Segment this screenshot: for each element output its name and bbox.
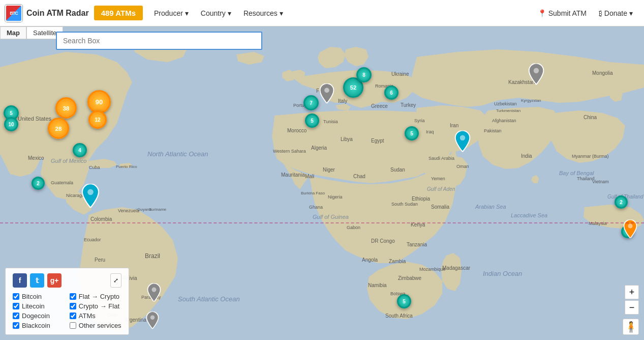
legend-other[interactable]: Other services xyxy=(70,322,121,329)
svg-text:Chad: Chad xyxy=(353,174,365,179)
svg-text:Burkina Faso: Burkina Faso xyxy=(301,191,325,195)
svg-text:Libya: Libya xyxy=(341,136,353,142)
svg-text:Gabon: Gabon xyxy=(347,225,360,230)
legend-blackcoin[interactable]: Blackcoin xyxy=(13,322,65,329)
map-area[interactable]: North Atlantic Ocean South Atlantic Ocea… xyxy=(0,26,644,340)
svg-text:Ethiopia: Ethiopia xyxy=(412,196,431,202)
checkbox-flat-crypto[interactable] xyxy=(70,293,76,300)
svg-text:South Sudan: South Sudan xyxy=(391,202,418,207)
cluster-c6[interactable]: 10 xyxy=(4,117,18,131)
svg-text:Puerto Rico: Puerto Rico xyxy=(116,164,137,169)
checkbox-other[interactable] xyxy=(70,322,76,329)
svg-text:DR Congo: DR Congo xyxy=(371,238,395,244)
svg-point-86 xyxy=(460,135,465,140)
svg-point-89 xyxy=(150,316,155,320)
checkbox-atms[interactable] xyxy=(70,313,76,319)
svg-text:Oman: Oman xyxy=(456,164,469,169)
cluster-c14[interactable]: 5 xyxy=(405,126,419,140)
checkbox-crypto-flat[interactable] xyxy=(70,303,76,309)
cluster-c15[interactable]: 2 xyxy=(615,195,628,209)
legend-bitcoin[interactable]: Bitcoin xyxy=(13,293,65,300)
twitter-button[interactable]: 𝕥 xyxy=(30,273,44,288)
pin-p2[interactable] xyxy=(319,83,334,105)
legend-litecoin[interactable]: Litecoin xyxy=(13,302,65,310)
cluster-c17[interactable]: 5 xyxy=(397,294,411,308)
cluster-c10[interactable]: 7 xyxy=(303,95,319,110)
pin-p5[interactable] xyxy=(147,284,161,304)
svg-text:Pakistan: Pakistan xyxy=(484,128,502,133)
checkbox-blackcoin[interactable] xyxy=(13,322,19,329)
pin-p3[interactable] xyxy=(454,130,471,154)
nav-producer[interactable]: Producer ▾ xyxy=(148,6,195,20)
person-icon: 🧍 xyxy=(625,321,637,333)
nav-donate[interactable]: ₿ Donate ▾ xyxy=(593,6,639,20)
checkbox-bitcoin[interactable] xyxy=(13,293,19,300)
cluster-c12[interactable]: 8 xyxy=(356,67,372,82)
cluster-c13[interactable]: 6 xyxy=(384,86,398,100)
pin-p4[interactable] xyxy=(528,63,544,87)
svg-text:Afghanistan: Afghanistan xyxy=(492,118,516,123)
nav-submit-atm[interactable]: 📍 Submit ATM xyxy=(532,6,593,20)
svg-text:Gulf of Mexico: Gulf of Mexico xyxy=(51,158,86,164)
svg-text:Egypt: Egypt xyxy=(371,138,384,144)
equator-line xyxy=(0,222,644,223)
googleplus-button[interactable]: g+ xyxy=(47,273,62,288)
legend-dogecoin[interactable]: Dogecoin xyxy=(13,312,65,320)
svg-text:Ukraine: Ukraine xyxy=(391,71,409,77)
cluster-c2[interactable]: 90 xyxy=(87,90,111,114)
cluster-c7[interactable]: 4 xyxy=(73,143,87,157)
cluster-c4[interactable]: 28 xyxy=(48,118,69,139)
facebook-button[interactable]: f xyxy=(13,273,27,288)
svg-text:Malaysia: Malaysia xyxy=(589,221,607,226)
search-input[interactable] xyxy=(56,32,262,50)
svg-text:Somalia: Somalia xyxy=(431,204,450,210)
svg-text:Namibia: Namibia xyxy=(368,282,387,288)
search-container xyxy=(56,32,262,50)
map-tabs: Map Satellite xyxy=(0,26,63,39)
svg-text:Algeria: Algeria xyxy=(311,145,327,151)
legend: f 𝕥 g+ ⤢ Bitcoin Flat → Crypto Litecoin … xyxy=(5,268,129,335)
svg-text:Vietnam: Vietnam xyxy=(592,179,609,184)
svg-text:Morocco: Morocco xyxy=(287,128,307,133)
svg-text:Mali: Mali xyxy=(305,174,314,179)
legend-flat-crypto[interactable]: Flat → Crypto xyxy=(70,293,121,300)
svg-text:Zimbabwe: Zimbabwe xyxy=(398,275,422,281)
cluster-c8[interactable]: 2 xyxy=(32,177,45,190)
svg-text:South Africa: South Africa xyxy=(385,313,413,319)
expand-button[interactable]: ⤢ xyxy=(110,273,121,288)
svg-text:China: China xyxy=(584,115,597,120)
legend-atms[interactable]: ATMs xyxy=(70,312,121,320)
svg-text:Peru: Peru xyxy=(95,257,105,263)
svg-text:Uzbekistan: Uzbekistan xyxy=(494,101,517,106)
atm-count-badge[interactable]: 489 ATMs xyxy=(94,6,143,20)
svg-text:Nigeria: Nigeria xyxy=(328,194,343,200)
checkbox-dogecoin[interactable] xyxy=(13,313,19,319)
pin-p1[interactable] xyxy=(81,184,100,210)
tab-map[interactable]: Map xyxy=(0,26,26,39)
nav-country[interactable]: Country ▾ xyxy=(195,6,237,20)
svg-text:Mexico: Mexico xyxy=(28,155,44,161)
svg-text:Iraq: Iraq xyxy=(426,129,434,134)
cluster-c3[interactable]: 12 xyxy=(88,110,107,129)
pin-p6[interactable] xyxy=(146,311,159,331)
svg-text:Western Sahara: Western Sahara xyxy=(273,149,306,154)
svg-text:Mauritania: Mauritania xyxy=(281,172,305,178)
svg-text:Italy: Italy xyxy=(338,98,347,104)
cluster-c11[interactable]: 5 xyxy=(305,114,319,128)
svg-text:Tanzania: Tanzania xyxy=(407,242,427,247)
svg-text:Mongolia: Mongolia xyxy=(592,70,613,76)
zoom-out-button[interactable]: − xyxy=(625,300,639,315)
cluster-c1[interactable]: 38 xyxy=(55,97,77,119)
zoom-in-button[interactable]: + xyxy=(625,285,639,299)
nav-resources[interactable]: Resources ▾ xyxy=(237,6,289,20)
legend-items: Bitcoin Flat → Crypto Litecoin Crypto → … xyxy=(13,293,121,329)
logo-text: Coin ATM Radar xyxy=(26,9,89,18)
legend-crypto-flat[interactable]: Crypto → Flat xyxy=(70,302,121,310)
svg-text:Kyrgyzstan: Kyrgyzstan xyxy=(521,98,541,103)
svg-text:Yemen: Yemen xyxy=(431,176,445,181)
checkbox-litecoin[interactable] xyxy=(13,303,19,309)
svg-text:Cuba: Cuba xyxy=(89,165,100,170)
svg-text:Iran: Iran xyxy=(450,123,458,128)
fullscreen-button[interactable]: 🧍 xyxy=(623,319,639,335)
logo-badge: BTC xyxy=(5,5,22,22)
